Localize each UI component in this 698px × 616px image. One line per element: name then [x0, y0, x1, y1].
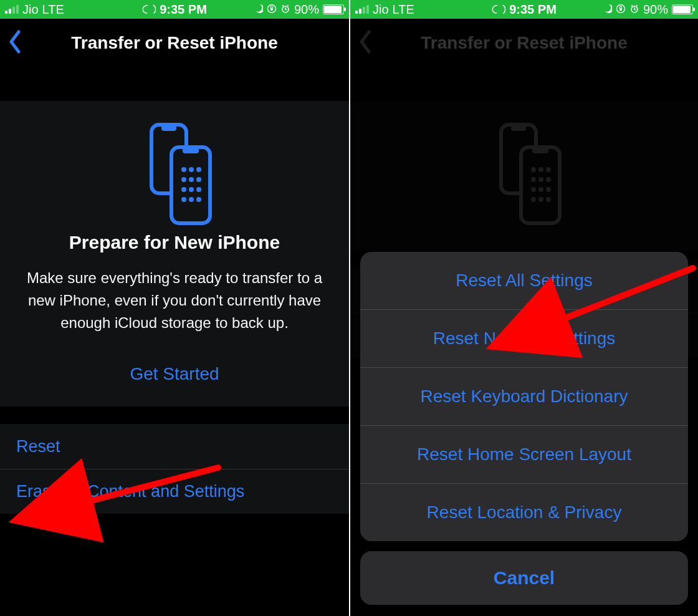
status-bar: Jio LTE 9:35 PM 90% [0, 0, 349, 19]
svg-rect-27 [532, 147, 548, 153]
reset-rows: Reset Erase All Content and Settings [0, 424, 349, 514]
clock-time: 9:35 PM [160, 2, 207, 17]
battery-icon [323, 4, 344, 14]
reset-all-option[interactable]: Reset All Settings [360, 252, 688, 309]
network-label: LTE [42, 2, 64, 17]
lock-rotation-icon [267, 2, 277, 17]
signal-icon [355, 5, 369, 14]
back-button[interactable] [358, 30, 373, 56]
get-started-link[interactable]: Get Started [25, 364, 324, 384]
reset-keyboard-option[interactable]: Reset Keyboard Dictionary [360, 367, 688, 425]
action-sheet-options: Reset All Settings Reset Network Setting… [360, 252, 688, 541]
nav-bar: Transfer or Reset iPhone [350, 19, 698, 67]
battery-percent: 90% [643, 2, 668, 17]
svg-rect-5 [171, 147, 210, 223]
two-iphones-icon [484, 121, 565, 227]
svg-point-32 [538, 177, 543, 182]
status-left: Jio LTE [5, 2, 64, 17]
svg-point-15 [196, 187, 201, 192]
svg-point-36 [546, 187, 551, 192]
two-iphones-icon [134, 121, 215, 227]
svg-point-37 [531, 197, 536, 202]
svg-point-18 [196, 197, 201, 202]
svg-point-29 [538, 167, 543, 172]
svg-point-7 [181, 167, 186, 172]
svg-rect-25 [511, 125, 526, 131]
svg-point-10 [181, 177, 186, 182]
svg-rect-4 [161, 125, 176, 131]
svg-point-30 [546, 167, 551, 172]
spacer [0, 67, 349, 101]
spacer [350, 67, 698, 101]
carrier-label: Jio [373, 2, 389, 17]
moon-icon [602, 2, 612, 17]
svg-point-16 [181, 197, 186, 202]
reset-network-option[interactable]: Reset Network Settings [360, 309, 688, 367]
svg-rect-6 [183, 147, 199, 153]
status-right: 90% [253, 2, 344, 17]
svg-point-31 [531, 177, 536, 182]
nav-bar: Transfer or Reset iPhone [0, 19, 349, 67]
svg-point-8 [189, 167, 194, 172]
svg-rect-22 [619, 8, 622, 11]
status-center: 9:35 PM [492, 2, 557, 17]
cancel-button[interactable]: Cancel [360, 551, 688, 605]
svg-point-14 [189, 187, 194, 192]
spacer [0, 407, 349, 424]
moon-icon [253, 2, 263, 17]
network-label: LTE [393, 2, 414, 17]
svg-point-38 [538, 197, 543, 202]
action-sheet: Reset All Settings Reset Network Setting… [360, 252, 688, 605]
reset-home-option[interactable]: Reset Home Screen Layout [360, 425, 688, 483]
svg-point-33 [546, 177, 551, 182]
alarm-icon [629, 2, 639, 17]
prepare-hero [350, 101, 698, 251]
svg-point-12 [196, 177, 201, 182]
svg-point-11 [189, 177, 194, 182]
svg-point-9 [196, 167, 201, 172]
prepare-hero: Prepare for New iPhone Make sure everyth… [0, 101, 349, 407]
clock-time: 9:35 PM [509, 2, 557, 17]
svg-point-39 [546, 197, 551, 202]
alarm-icon [280, 2, 290, 17]
carrier-label: Jio [22, 2, 39, 17]
svg-point-34 [531, 187, 536, 192]
lock-rotation-icon [616, 2, 626, 17]
back-button[interactable] [7, 30, 22, 56]
reset-row[interactable]: Reset [0, 424, 349, 469]
battery-icon [672, 4, 693, 14]
status-bar: Jio LTE 9:35 PM 90% [350, 0, 698, 19]
svg-rect-1 [270, 8, 273, 11]
hotspot-icon [492, 2, 505, 17]
screenshot-right: Jio LTE 9:35 PM 90% Transfer or Reset iP… [349, 0, 698, 616]
status-right: 90% [602, 2, 693, 17]
nav-title: Transfer or Reset iPhone [71, 33, 277, 53]
reset-location-option[interactable]: Reset Location & Privacy [360, 483, 688, 541]
svg-point-13 [181, 187, 186, 192]
erase-row[interactable]: Erase All Content and Settings [0, 469, 349, 514]
battery-percent: 90% [294, 2, 319, 17]
svg-point-35 [538, 187, 543, 192]
status-left: Jio LTE [355, 2, 414, 17]
svg-point-28 [531, 167, 536, 172]
status-center: 9:35 PM [142, 2, 207, 17]
svg-rect-26 [521, 147, 560, 223]
hero-heading: Prepare for New iPhone [25, 232, 324, 253]
hotspot-icon [142, 2, 156, 17]
nav-title: Transfer or Reset iPhone [421, 33, 627, 53]
svg-point-17 [189, 197, 194, 202]
signal-icon [5, 5, 19, 14]
screenshot-left: Jio LTE 9:35 PM 90% Transfer or Reset iP… [0, 0, 349, 616]
hero-body: Make sure everything's ready to transfer… [25, 267, 324, 334]
